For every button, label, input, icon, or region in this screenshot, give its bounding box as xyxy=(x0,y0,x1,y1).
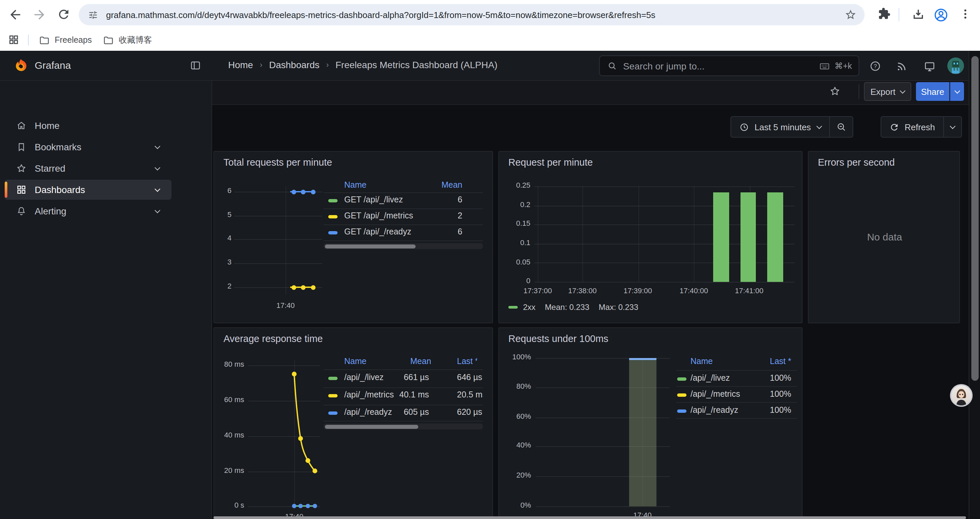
cell-last: 20.5 ms xyxy=(457,390,483,399)
y-tick: 6 xyxy=(215,186,231,194)
series-color-dash xyxy=(328,377,337,380)
share-label: Share xyxy=(921,86,944,96)
series-color-dash xyxy=(328,231,337,234)
series-color-dash xyxy=(508,306,518,309)
bar-under-100ms xyxy=(629,360,657,506)
sidebar-item-starred[interactable]: Starred xyxy=(5,158,172,178)
apps-grid-icon[interactable] xyxy=(8,34,19,45)
panel-under-100ms[interactable]: Requests under 100ms 100% 80% 60% 40% 20… xyxy=(498,327,803,519)
chevron-down-icon xyxy=(816,123,822,129)
chevron-down-icon[interactable] xyxy=(155,164,161,170)
forward-icon[interactable] xyxy=(32,7,47,22)
col-header-name[interactable]: Name xyxy=(344,180,367,190)
cell-name: /api/_/livez xyxy=(690,374,730,383)
panel-request-per-minute[interactable]: Request per minute 0.25 0.2 0.15 0.1 0.0… xyxy=(498,151,803,323)
series-color-dash xyxy=(677,409,686,412)
assistant-avatar[interactable] xyxy=(950,384,973,407)
toolbar-divider xyxy=(899,8,899,21)
chevron-down-icon[interactable] xyxy=(155,186,161,192)
sidebar-item-dashboards[interactable]: Dashboards xyxy=(5,180,172,200)
panel-title: Errors per second xyxy=(818,157,895,168)
y-tick: 0.05 xyxy=(501,258,530,266)
panel-title: Requests under 100ms xyxy=(508,333,608,344)
panel-avg-response-time[interactable]: Average response time 80 ms 60 ms 40 ms … xyxy=(213,327,493,519)
address-bar[interactable]: grafana.mathmast.com/d/deytv4rwavabkb/fr… xyxy=(79,4,865,26)
gridline xyxy=(694,186,694,282)
zoom-out-button[interactable] xyxy=(830,121,852,132)
series-color-dash xyxy=(677,377,686,380)
table-hscrollbar[interactable] xyxy=(323,243,483,249)
time-controls-group: Last 5 minutes xyxy=(730,116,853,137)
cell-name: GET /api/_/metrics xyxy=(344,211,413,220)
sidebar-collapse-icon[interactable] xyxy=(189,59,202,72)
bell-icon xyxy=(16,206,27,216)
reload-icon[interactable] xyxy=(57,7,72,22)
grafana-logo[interactable] xyxy=(13,58,29,73)
extensions-icon[interactable] xyxy=(878,7,892,22)
grafana-header: Grafana Home › Dashboards › Freeleaps Me… xyxy=(0,51,980,81)
y-tick: 0.15 xyxy=(501,219,530,227)
bookmark-icon xyxy=(16,142,27,152)
panel-total-requests[interactable]: Total requests per minute 6 5 4 3 2 17:4… xyxy=(213,151,493,323)
cell-name: /api/_/metrics xyxy=(344,390,394,399)
table-hscrollbar[interactable] xyxy=(323,423,483,430)
cell-mean: 2 xyxy=(458,211,462,220)
screen: grafana.mathmast.com/d/deytv4rwavabkb/fr… xyxy=(0,0,980,519)
monitor-icon[interactable] xyxy=(923,60,935,72)
legend-series[interactable]: 2xx xyxy=(523,303,535,312)
back-icon[interactable] xyxy=(8,7,23,22)
scrollbar-thumb[interactable] xyxy=(325,244,415,248)
sidebar-item-alerting[interactable]: Alerting xyxy=(5,201,172,221)
horizontal-scrollbar-thumb[interactable] xyxy=(213,516,966,519)
downloads-icon[interactable] xyxy=(911,7,926,22)
page-scrollbar[interactable] xyxy=(969,51,980,519)
help-icon[interactable]: ? xyxy=(869,60,881,72)
y-tick: 0.1 xyxy=(501,238,530,246)
sidebar-item-home[interactable]: Home xyxy=(5,115,172,136)
col-header-mean[interactable]: Mean xyxy=(410,357,429,366)
grafana-app: Grafana Home › Dashboards › Freeleaps Me… xyxy=(0,51,980,519)
sidebar-item-bookmarks[interactable]: Bookmarks xyxy=(5,137,172,157)
chevron-down-icon xyxy=(900,88,905,94)
legend-table: Name Last * /api/_/livez 100% /api/_/met… xyxy=(676,355,797,422)
cell-mean: 6 xyxy=(458,195,462,204)
export-button[interactable]: Export xyxy=(864,82,911,101)
y-tick: 3 xyxy=(215,258,231,266)
user-avatar[interactable] xyxy=(947,57,964,74)
col-header-last[interactable]: Last * xyxy=(457,357,477,366)
col-header-last[interactable]: Last * xyxy=(770,357,791,366)
svg-text:?: ? xyxy=(873,63,877,69)
y-tick: 20% xyxy=(501,471,531,479)
favorite-star-icon[interactable] xyxy=(829,86,841,97)
bookmark-folder-blogs[interactable]: 收藏博客 xyxy=(103,32,152,48)
data-point xyxy=(301,285,305,289)
bookmark-star-icon[interactable] xyxy=(845,9,857,21)
col-header-mean[interactable]: Mean xyxy=(441,180,462,190)
share-button[interactable]: Share xyxy=(916,82,949,101)
scrollbar-thumb[interactable] xyxy=(971,56,978,381)
search-input[interactable]: Search or jump to... ⌘+k xyxy=(599,56,859,76)
site-settings-icon[interactable] xyxy=(88,10,98,20)
bookmark-folder-freeleaps[interactable]: Freeleaps xyxy=(39,32,92,48)
breadcrumb-separator: › xyxy=(326,60,329,69)
col-header-name[interactable]: Name xyxy=(344,357,367,366)
col-header-name[interactable]: Name xyxy=(690,357,713,366)
menu-kebab-icon[interactable] xyxy=(959,7,973,22)
chevron-down-icon[interactable] xyxy=(155,208,161,213)
share-dropdown-button[interactable] xyxy=(950,82,964,101)
refresh-interval-dropdown[interactable] xyxy=(943,126,961,128)
refresh-button[interactable]: Refresh xyxy=(881,122,943,132)
home-icon xyxy=(16,120,27,131)
breadcrumb-home[interactable]: Home xyxy=(228,59,253,70)
profile-icon[interactable] xyxy=(933,7,948,22)
search-placeholder: Search or jump to... xyxy=(623,61,705,71)
table-divider xyxy=(323,421,483,422)
time-range-picker[interactable]: Last 5 minutes xyxy=(731,122,829,132)
legend[interactable]: 2xx Mean: 0.233 Max: 0.233 xyxy=(508,303,638,312)
chevron-down-icon[interactable] xyxy=(155,143,161,149)
breadcrumb-dashboards[interactable]: Dashboards xyxy=(269,59,320,70)
scrollbar-thumb[interactable] xyxy=(325,425,418,428)
y-tick: 100% xyxy=(501,353,531,361)
news-rss-icon[interactable] xyxy=(896,60,908,72)
panel-errors-per-second[interactable]: Errors per second No data xyxy=(808,151,960,323)
